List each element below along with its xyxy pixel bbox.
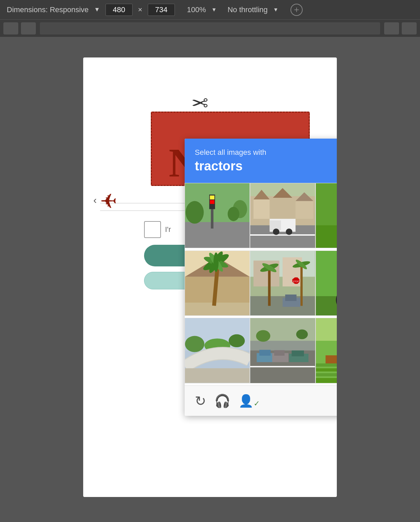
nav-button-3[interactable] xyxy=(384,22,399,34)
svg-rect-18 xyxy=(296,201,313,219)
svg-rect-98 xyxy=(325,355,337,363)
svg-rect-3 xyxy=(185,222,250,248)
zoom-label: 100% xyxy=(187,5,206,14)
dimensions-dropdown-arrow[interactable]: ▼ xyxy=(94,6,100,13)
devtools-secondary-toolbar xyxy=(0,20,420,37)
svg-rect-83 xyxy=(259,350,271,356)
svg-rect-75 xyxy=(185,369,250,383)
svg-point-72 xyxy=(185,336,204,352)
svg-point-78 xyxy=(256,330,271,342)
svg-point-25 xyxy=(286,229,293,235)
svg-rect-81 xyxy=(250,366,315,367)
nav-button-2[interactable] xyxy=(21,22,36,34)
cross-separator: × xyxy=(138,5,142,14)
nav-button-1[interactable] xyxy=(3,22,18,34)
recaptcha-checkbox[interactable] xyxy=(144,221,161,238)
refresh-button[interactable]: ↻ xyxy=(195,393,206,409)
dimensions-label: Dimensions: Responsive xyxy=(7,5,89,14)
captcha-header: Select all images with tractors xyxy=(185,139,337,183)
svg-point-24 xyxy=(273,229,279,235)
svg-rect-6 xyxy=(210,195,214,199)
throttle-dropdown-arrow[interactable]: ▼ xyxy=(273,7,279,13)
svg-rect-91 xyxy=(316,369,337,372)
captcha-image-2[interactable] xyxy=(250,183,315,248)
throttle-label: No throttling xyxy=(228,5,268,14)
svg-rect-89 xyxy=(316,318,337,341)
zoom-dropdown-arrow[interactable]: ▼ xyxy=(211,7,217,13)
airplane-icon: ✈ xyxy=(100,189,117,213)
svg-rect-93 xyxy=(316,378,337,383)
svg-point-11 xyxy=(228,207,239,221)
svg-point-79 xyxy=(296,330,308,339)
captcha-footer: ↻ 🎧 👤✓ xyxy=(185,385,337,416)
svg-rect-27 xyxy=(316,225,337,248)
svg-rect-85 xyxy=(292,351,304,356)
nav-button-4[interactable] xyxy=(402,22,417,34)
captcha-instruction-main: tractors xyxy=(195,159,337,173)
svg-rect-92 xyxy=(316,373,337,377)
captcha-image-6[interactable] xyxy=(316,251,337,316)
captcha-image-1[interactable] xyxy=(185,183,250,248)
devtools-toolbar: Dimensions: Responsive ▼ × 100% ▼ No thr… xyxy=(0,0,420,20)
captcha-image-4[interactable] xyxy=(185,251,250,316)
svg-rect-87 xyxy=(274,350,285,356)
svg-rect-59 xyxy=(285,294,297,301)
captcha-image-8[interactable] xyxy=(250,318,315,383)
svg-rect-61 xyxy=(316,296,337,315)
svg-point-73 xyxy=(229,334,245,347)
captcha-image-5[interactable]: STOP xyxy=(250,251,315,316)
svg-rect-7 xyxy=(210,200,214,204)
not-robot-text: I'r xyxy=(165,225,171,234)
captcha-image-7[interactable] xyxy=(185,318,250,383)
svg-point-44 xyxy=(213,252,218,271)
help-button[interactable]: 👤✓ xyxy=(238,394,260,408)
captcha-instruction-sub: Select all images with xyxy=(195,148,337,157)
left-arrow-icon: ‹ xyxy=(93,194,97,206)
svg-rect-50 xyxy=(268,267,271,306)
phone-frame: ✂ N ‹ ✈ I'r Select all images with xyxy=(83,57,337,497)
svg-rect-90 xyxy=(316,363,337,367)
captcha-image-grid: STOP xyxy=(185,183,337,385)
browser-viewport: ✂ N ‹ ✈ I'r Select all images with xyxy=(0,37,420,522)
airplane-area: ‹ ✈ xyxy=(100,189,117,213)
svg-point-9 xyxy=(186,201,204,224)
settings-circle-icon[interactable] xyxy=(290,4,303,16)
svg-rect-14 xyxy=(254,199,270,219)
svg-rect-53 xyxy=(301,264,303,306)
recaptcha-dialog: Select all images with tractors xyxy=(185,139,337,416)
url-bar[interactable] xyxy=(40,22,380,34)
captcha-image-3[interactable] xyxy=(316,183,337,248)
audio-button[interactable]: 🎧 xyxy=(214,394,230,408)
width-input[interactable] xyxy=(106,4,133,16)
captcha-image-9[interactable] xyxy=(316,318,337,383)
svg-text:STOP: STOP xyxy=(293,280,299,282)
svg-rect-21 xyxy=(250,234,315,236)
svg-rect-16 xyxy=(273,198,292,219)
height-input[interactable] xyxy=(148,4,175,16)
